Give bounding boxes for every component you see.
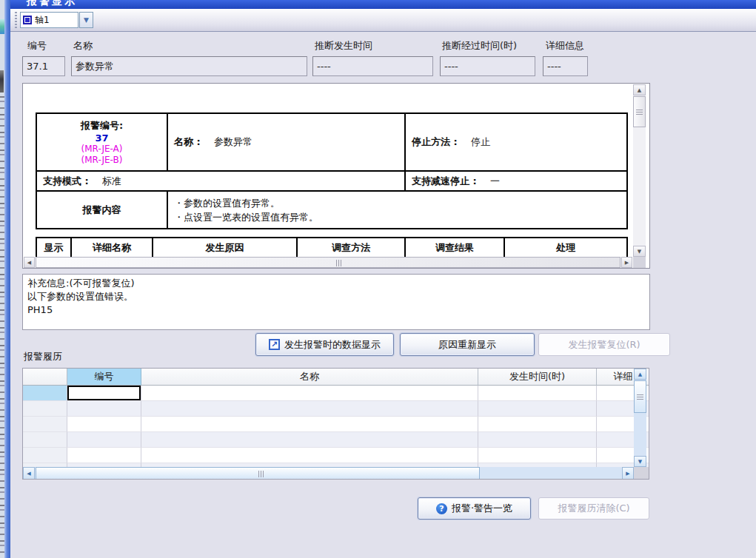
- history-row[interactable]: [23, 401, 649, 417]
- alarm-content-cell: ・参数的设置值有异常。 ・点设置一览表的设置值有异常。: [167, 191, 627, 229]
- scroll-right-icon[interactable]: ▶: [621, 257, 632, 268]
- alarm-content-line1: ・参数的设置值有异常。: [174, 196, 620, 210]
- alarm-reset-label: 发生报警复位(R): [568, 338, 640, 352]
- scroll-down-icon[interactable]: ▼: [633, 246, 646, 257]
- window-frame-edge: [4, 0, 10, 558]
- history-col-time[interactable]: 发生时间(时): [478, 369, 597, 386]
- support-mode-cell: 支持模式 : 标准: [36, 171, 405, 191]
- model-a: (MR-JE-A): [43, 144, 161, 155]
- summary-name-value: 参数异常: [71, 56, 307, 76]
- axis-select-arrow[interactable]: ▼: [79, 12, 93, 28]
- alarm-reset-button: 发生报警复位(R): [538, 333, 670, 356]
- cause-col-result: 调查结果: [405, 238, 504, 258]
- scroll-down-icon[interactable]: ▼: [634, 456, 646, 467]
- history-row[interactable]: [23, 386, 649, 401]
- cause-col-display: 显示: [36, 238, 71, 258]
- help-icon: ?: [436, 503, 447, 514]
- decel-stop-label: 支持减速停止 :: [412, 175, 477, 186]
- cause-col-detailname: 详细名称: [71, 238, 153, 258]
- history-corner-cell: [23, 369, 67, 386]
- history-row[interactable]: [23, 448, 649, 463]
- detail-vertical-scrollbar[interactable]: ▲ ▼: [633, 84, 646, 257]
- alarm-history-grid: 编号 名称 发生时间(时) 详细: [22, 368, 649, 480]
- detail-hscroll-thumb[interactable]: [36, 257, 620, 268]
- history-title: 报警履历: [24, 350, 62, 363]
- history-row[interactable]: [23, 432, 649, 448]
- cause-col-method: 调查方法: [297, 238, 405, 258]
- history-clear-button: 报警履历清除(C): [538, 497, 649, 520]
- axis-select[interactable]: 轴1: [20, 12, 78, 28]
- detail-horizontal-scrollbar[interactable]: ◀ ▶: [24, 257, 632, 268]
- alarm-name-value: 参数异常: [214, 136, 252, 147]
- alarm-warning-list-label: 报警·警告一览: [452, 502, 512, 515]
- supplement-line2: 以下参数的设置值错误。: [27, 290, 645, 303]
- supplement-line3: PH15: [27, 303, 645, 317]
- supplement-line1: 补充信息:(不可报警复位): [27, 277, 645, 290]
- alarm-name-cell: 名称 : 参数异常: [167, 113, 405, 171]
- title-bar: 报警显示: [10, 0, 756, 9]
- decel-stop-value: 一: [490, 175, 500, 186]
- history-selected-cell[interactable]: [67, 386, 141, 401]
- stop-method-label: 停止方法 :: [412, 136, 458, 147]
- scroll-left-icon[interactable]: ◀: [24, 257, 35, 268]
- scroll-up-icon[interactable]: ▲: [634, 369, 646, 380]
- alarm-display-window: 报警显示 轴1 ▼ 编号 名称 推断发生时间 推断经过时间(时) 详细信息 37…: [0, 0, 756, 558]
- scroll-right-icon[interactable]: ▶: [622, 467, 634, 480]
- alarm-content-label: 报警内容: [36, 191, 167, 229]
- cause-table-header: 显示 详细名称 发生原因 调查方法 调查结果 处理: [36, 237, 628, 258]
- toolbar-grip[interactable]: [15, 12, 17, 28]
- summary-detail-label: 详细信息: [546, 39, 584, 53]
- redisplay-cause-label: 原因重新显示: [438, 338, 496, 352]
- alarm-detail-panel: 报警编号: 37 (MR-JE-A) (MR-JE-B) 名称 : 参数异常 停…: [22, 83, 650, 269]
- support-mode-value: 标准: [102, 175, 121, 186]
- history-horizontal-scrollbar[interactable]: ◀ ▶: [23, 467, 634, 480]
- summary-occur-value: ----: [312, 56, 433, 76]
- stop-method-cell: 停止方法 : 停止: [405, 113, 627, 171]
- history-col-no[interactable]: 编号: [67, 369, 141, 386]
- cause-col-treatment: 处理: [504, 238, 627, 258]
- supplement-info-box: 补充信息:(不可报警复位) 以下参数的设置值错误。 PH15: [22, 274, 650, 330]
- scrollbar-corner: [634, 467, 649, 480]
- alarm-spec-table: 报警编号: 37 (MR-JE-A) (MR-JE-B) 名称 : 参数异常 停…: [36, 112, 628, 229]
- scroll-up-icon[interactable]: ▲: [633, 84, 646, 95]
- history-clear-label: 报警履历清除(C): [558, 502, 629, 515]
- scroll-left-icon[interactable]: ◀: [23, 467, 35, 480]
- cause-col-cause: 发生原因: [153, 238, 297, 258]
- show-alarm-data-label: 发生报警时的数据显示: [284, 338, 381, 352]
- summary-no-label: 编号: [27, 39, 47, 53]
- support-mode-label: 支持模式 :: [43, 175, 89, 186]
- scrollbar-corner: [633, 257, 646, 268]
- summary-name-label: 名称: [73, 39, 93, 53]
- alarm-warning-list-button[interactable]: ? 报警·警告一览: [418, 497, 531, 520]
- alarm-number-value: 37: [43, 132, 161, 144]
- window-title: 报警显示: [27, 0, 77, 8]
- history-row[interactable]: [23, 417, 649, 432]
- summary-no-value: 37.1: [22, 56, 65, 76]
- data-display-icon: ↗: [269, 339, 280, 350]
- decel-stop-cell: 支持减速停止 : 一: [405, 171, 627, 191]
- stop-method-value: 停止: [471, 136, 490, 147]
- detail-vscroll-thumb[interactable]: [633, 96, 646, 127]
- toolbar: 轴1 ▼: [10, 9, 756, 32]
- history-vscroll-thumb[interactable]: [634, 380, 646, 413]
- summary-occur-label: 推断发生时间: [315, 39, 372, 53]
- alarm-number-label: 报警编号:: [43, 119, 161, 132]
- axis-icon: [23, 16, 32, 24]
- axis-select-value: 轴1: [35, 14, 50, 27]
- history-col-name[interactable]: 名称: [141, 369, 478, 386]
- alarm-name-label: 名称 :: [174, 136, 201, 147]
- history-hscroll-thumb[interactable]: [36, 467, 480, 480]
- history-vertical-scrollbar[interactable]: ▲ ▼: [634, 369, 646, 467]
- summary-elapsed-label: 推断经过时间(时): [442, 39, 517, 53]
- summary-elapsed-value: ----: [440, 56, 535, 76]
- history-header-row: 编号 名称 发生时间(时) 详细: [23, 369, 649, 386]
- alarm-number-cell: 报警编号: 37 (MR-JE-A) (MR-JE-B): [36, 113, 167, 171]
- summary-detail-value: ----: [543, 56, 588, 76]
- clipped-toolbar-icon: [0, 70, 4, 93]
- redisplay-cause-button[interactable]: 原因重新显示: [400, 333, 535, 356]
- model-b: (MR-JE-B): [43, 155, 161, 166]
- alarm-content-line2: ・点设置一览表的设置值有异常。: [174, 210, 620, 224]
- show-alarm-data-button[interactable]: ↗ 发生报警时的数据显示: [255, 333, 394, 356]
